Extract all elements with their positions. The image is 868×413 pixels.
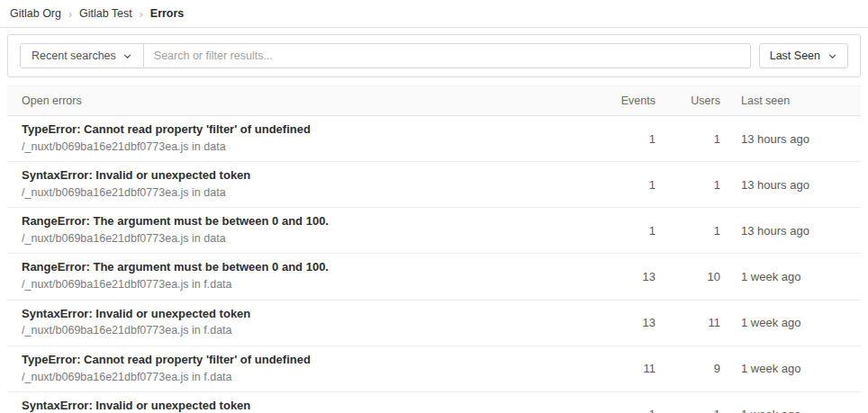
breadcrumb-project-link[interactable]: Gitlab Test: [79, 7, 132, 20]
error-users-count: 9: [656, 362, 720, 375]
error-events-count: 1: [574, 178, 656, 192]
error-info: SyntaxError: Invalid or unexpected token…: [7, 301, 574, 346]
error-info: SyntaxError: Invalid or unexpected token…: [7, 392, 574, 413]
chevron-down-icon: [827, 51, 837, 61]
error-users-count: 1: [656, 132, 720, 146]
error-title-link[interactable]: TypeError: Cannot read property 'filter'…: [22, 353, 574, 368]
error-culprit: /_nuxt/b069ba16e21dbf0773ea.js in f.data: [22, 277, 574, 292]
error-culprit: /_nuxt/b069ba16e21dbf0773ea.js in data: [22, 231, 574, 246]
error-last-seen: 13 hours ago: [720, 178, 861, 192]
chevron-down-icon: [122, 51, 132, 61]
error-row[interactable]: SyntaxError: Invalid or unexpected token…: [7, 392, 861, 413]
error-title-link[interactable]: SyntaxError: Invalid or unexpected token: [22, 399, 574, 413]
error-events-count: 1: [574, 132, 656, 146]
error-info: SyntaxError: Invalid or unexpected token…: [7, 162, 574, 207]
breadcrumb-separator-icon: ›: [68, 8, 72, 20]
error-list: Open errors Events Users Last seen TypeE…: [7, 85, 861, 413]
error-last-seen: 1 week ago: [720, 316, 861, 329]
recent-searches-label: Recent searches: [32, 49, 116, 62]
error-culprit: /_nuxt/b069ba16e21dbf0773ea.js in f.data: [22, 323, 574, 337]
breadcrumb: Gitlab Org › Gitlab Test › Errors: [0, 0, 868, 28]
error-last-seen: 13 hours ago: [720, 224, 861, 238]
error-users-count: 10: [656, 270, 720, 283]
header-users: Users: [656, 94, 720, 107]
error-title-link[interactable]: RangeError: The argument must be between…: [22, 260, 574, 275]
error-row[interactable]: TypeError: Cannot read property 'filter'…: [7, 346, 861, 392]
error-row[interactable]: SyntaxError: Invalid or unexpected token…: [7, 301, 861, 346]
header-last-seen: Last seen: [720, 94, 861, 107]
error-title-link[interactable]: RangeError: The argument must be between…: [22, 214, 574, 229]
filtered-search-box: Recent searches: [20, 43, 751, 68]
filter-bar: Recent searches Last Seen: [7, 34, 861, 77]
error-users-count: 1: [656, 224, 720, 238]
error-info: RangeError: The argument must be between…: [7, 208, 574, 253]
breadcrumb-current-page: Errors: [150, 7, 185, 20]
error-last-seen: 1 week ago: [720, 270, 861, 283]
breadcrumb-group-link[interactable]: Gitlab Org: [10, 7, 61, 20]
error-last-seen: 1 week ago: [720, 362, 861, 375]
header-events: Events: [574, 94, 656, 107]
error-events-count: 13: [574, 270, 656, 283]
error-culprit: /_nuxt/b069ba16e21dbf0773ea.js in data: [22, 139, 574, 154]
breadcrumb-separator-icon: ›: [140, 8, 143, 20]
error-info: RangeError: The argument must be between…: [7, 254, 574, 299]
error-last-seen: 13 hours ago: [720, 132, 861, 146]
sort-label: Last Seen: [770, 49, 820, 62]
error-culprit: /_nuxt/b069ba16e21dbf0773ea.js in data: [22, 185, 574, 200]
sort-dropdown[interactable]: Last Seen: [759, 43, 848, 68]
error-users-count: 1: [656, 178, 720, 192]
error-last-seen: 1 week ago: [720, 408, 861, 413]
error-title-link[interactable]: SyntaxError: Invalid or unexpected token: [22, 168, 574, 184]
recent-searches-dropdown[interactable]: Recent searches: [21, 44, 144, 67]
search-input[interactable]: [144, 44, 750, 67]
error-row[interactable]: SyntaxError: Invalid or unexpected token…: [7, 162, 861, 208]
error-info: TypeError: Cannot read property 'filter'…: [7, 346, 574, 391]
error-list-header: Open errors Events Users Last seen: [7, 85, 861, 116]
error-events-count: 11: [574, 362, 656, 375]
error-info: TypeError: Cannot read property 'filter'…: [7, 116, 574, 161]
error-users-count: 1: [656, 408, 720, 413]
header-open-errors: Open errors: [7, 94, 574, 107]
error-events-count: 1: [574, 224, 656, 238]
error-events-count: 1: [574, 408, 656, 413]
error-title-link[interactable]: TypeError: Cannot read property 'filter'…: [22, 122, 574, 138]
error-row[interactable]: RangeError: The argument must be between…: [7, 254, 861, 300]
error-title-link[interactable]: SyntaxError: Invalid or unexpected token: [22, 307, 574, 322]
error-culprit: /_nuxt/b069ba16e21dbf0773ea.js in f.data: [22, 370, 574, 384]
error-users-count: 11: [656, 316, 720, 329]
error-events-count: 13: [574, 316, 656, 329]
error-row[interactable]: TypeError: Cannot read property 'filter'…: [7, 116, 861, 162]
error-row[interactable]: RangeError: The argument must be between…: [7, 208, 861, 254]
